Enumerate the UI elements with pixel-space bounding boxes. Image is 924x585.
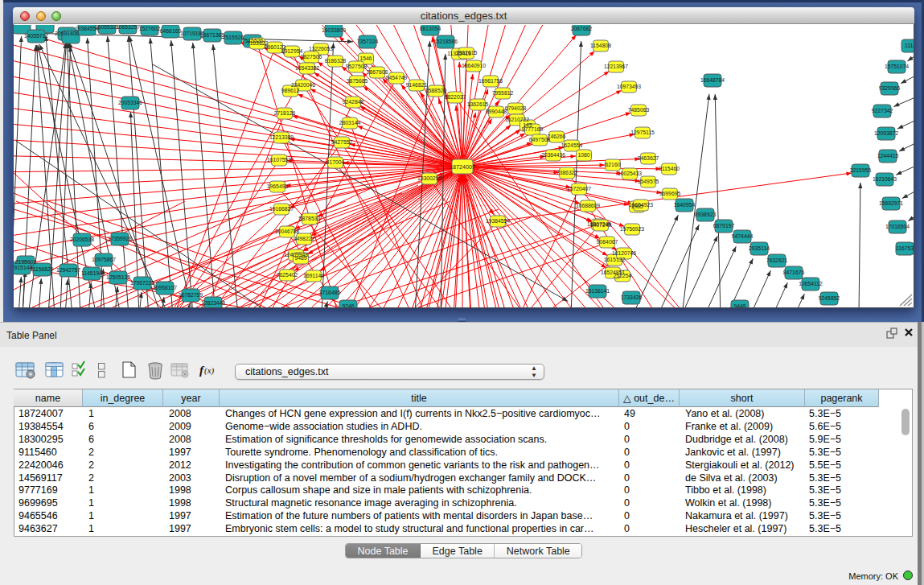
svg-text:11156829: 11156829 — [30, 266, 53, 272]
svg-text:16782759: 16782759 — [179, 292, 203, 298]
svg-text:9146821: 9146821 — [406, 82, 428, 88]
svg-text:19384554: 19384554 — [486, 218, 510, 224]
svg-text:9245852: 9245852 — [819, 295, 840, 301]
svg-text:1527602: 1527602 — [139, 26, 161, 31]
svg-text:989612: 989612 — [281, 88, 300, 93]
svg-text:1691144: 1691144 — [303, 273, 324, 278]
svg-text:9463627: 9463627 — [638, 155, 659, 161]
svg-text:9227342: 9227342 — [872, 108, 893, 113]
svg-text:116753: 116753 — [896, 245, 914, 251]
svg-text:8813054: 8813054 — [420, 26, 441, 31]
svg-text:6466160: 6466160 — [160, 28, 182, 34]
svg-text:10653257: 10653257 — [116, 25, 140, 30]
svg-text:10975867: 10975867 — [92, 257, 116, 262]
svg-text:12505135: 12505135 — [106, 274, 130, 280]
svg-text:7515526: 7515526 — [223, 35, 244, 40]
svg-text:7632621: 7632621 — [766, 257, 788, 263]
svg-text:8938923: 8938923 — [695, 212, 717, 217]
svg-text:20053346: 20053346 — [118, 100, 142, 105]
svg-text:5878533: 5878533 — [299, 216, 321, 221]
svg-text:16210643: 16210643 — [873, 176, 897, 182]
svg-text:16543382: 16543382 — [295, 65, 319, 71]
svg-text:16524851: 16524851 — [601, 270, 625, 275]
svg-text:8471676: 8471676 — [783, 270, 805, 275]
svg-text:10654112: 10654112 — [799, 281, 823, 286]
svg-text:62160: 62160 — [606, 162, 621, 167]
svg-text:746266: 746266 — [548, 134, 566, 139]
svg-text:1362615: 1362615 — [456, 50, 478, 56]
svg-text:6794028: 6794028 — [505, 105, 527, 111]
svg-text:1407249: 1407249 — [590, 222, 612, 228]
svg-text:19166827: 19166827 — [269, 206, 294, 212]
svg-text:1640954: 1640954 — [674, 202, 696, 208]
svg-text:1615132: 1615132 — [604, 257, 626, 262]
svg-text:8454749: 8454749 — [386, 75, 408, 80]
svg-text:9329966: 9329966 — [879, 85, 901, 91]
svg-text:22420046: 22420046 — [291, 82, 315, 88]
svg-text:12213967: 12213967 — [604, 64, 628, 69]
svg-text:1112: 1112 — [905, 43, 914, 48]
svg-text:7485063: 7485063 — [628, 107, 650, 113]
svg-text:16671385: 16671385 — [200, 32, 224, 38]
svg-text:9084067: 9084067 — [597, 239, 618, 245]
svg-text:16648784: 16648784 — [700, 77, 725, 83]
svg-text:15720407: 15720407 — [567, 186, 591, 192]
svg-text:9246: 9246 — [342, 303, 354, 307]
svg-text:2867608: 2867608 — [367, 69, 388, 75]
svg-text:8186328: 8186328 — [325, 58, 347, 64]
svg-text:2803144: 2803144 — [339, 120, 361, 126]
svg-text:18640910: 18640910 — [462, 63, 486, 68]
svg-text:417004: 417004 — [326, 159, 345, 165]
svg-text:17957225: 17957225 — [130, 280, 154, 286]
svg-text:20691406: 20691406 — [55, 31, 79, 36]
svg-text:9777169: 9777169 — [522, 126, 544, 132]
svg-text:16961758: 16961758 — [478, 78, 503, 84]
svg-text:18724007: 18724007 — [450, 163, 475, 171]
svg-text:17359928: 17359928 — [108, 236, 132, 241]
svg-text:9115460: 9115460 — [659, 166, 680, 171]
svg-text:12823448: 12823448 — [201, 300, 225, 306]
svg-text:1080: 1080 — [577, 152, 589, 158]
svg-text:10973493: 10973493 — [617, 84, 641, 89]
svg-text:9448: 9448 — [733, 303, 745, 307]
svg-text:9427552: 9427552 — [331, 139, 353, 145]
svg-text:8990448: 8990448 — [486, 109, 507, 114]
svg-text:15751074: 15751074 — [885, 64, 909, 69]
svg-text:15692971: 15692971 — [879, 200, 903, 206]
svg-text:9489: 9489 — [294, 255, 306, 261]
svg-text:12093872: 12093872 — [874, 130, 898, 136]
svg-text:15136141: 15136141 — [585, 288, 610, 294]
svg-text:10046788: 10046788 — [275, 229, 299, 234]
svg-text:2135001: 2135001 — [15, 259, 37, 265]
svg-text:18300295: 18300295 — [417, 175, 441, 181]
svg-text:1733426: 1733426 — [621, 295, 643, 300]
svg-text:9242848: 9242848 — [343, 99, 364, 105]
svg-text:7955812: 7955812 — [492, 90, 514, 96]
svg-text:6879197: 6879197 — [713, 223, 735, 229]
svg-text:20206538: 20206538 — [70, 237, 94, 242]
svg-text:1965493: 1965493 — [267, 183, 289, 189]
svg-text:19756923: 19756923 — [620, 226, 644, 232]
svg-text:3716485: 3716485 — [319, 290, 341, 295]
svg-text:1154808: 1154808 — [590, 43, 611, 48]
svg-text:9527508: 9527508 — [346, 64, 368, 69]
svg-text:12213389: 12213389 — [269, 134, 294, 140]
svg-text:1244415: 1244415 — [877, 153, 899, 159]
svg-text:1588520: 1588520 — [425, 88, 447, 93]
svg-text:16107552: 16107552 — [267, 157, 291, 163]
svg-text:12942757: 12942757 — [56, 267, 80, 273]
svg-text:1145194: 1145194 — [81, 270, 102, 276]
svg-text:9474444: 9474444 — [732, 233, 754, 239]
svg-text:2718126: 2718126 — [274, 110, 296, 116]
svg-text:9699695: 9699695 — [659, 191, 681, 196]
svg-text:3875685: 3875685 — [347, 78, 368, 84]
svg-text:7386322: 7386322 — [556, 170, 578, 175]
svg-text:1546: 1546 — [359, 56, 372, 61]
svg-text:1549575: 1549575 — [638, 179, 659, 184]
svg-text:14055712: 14055712 — [24, 33, 48, 39]
svg-text:(x): (x) — [204, 365, 215, 376]
svg-text:3215955: 3215955 — [850, 167, 872, 173]
svg-text:7357224: 7357224 — [357, 39, 379, 44]
svg-text:10958107: 10958107 — [153, 285, 177, 290]
svg-text:16210722: 16210722 — [505, 117, 529, 122]
